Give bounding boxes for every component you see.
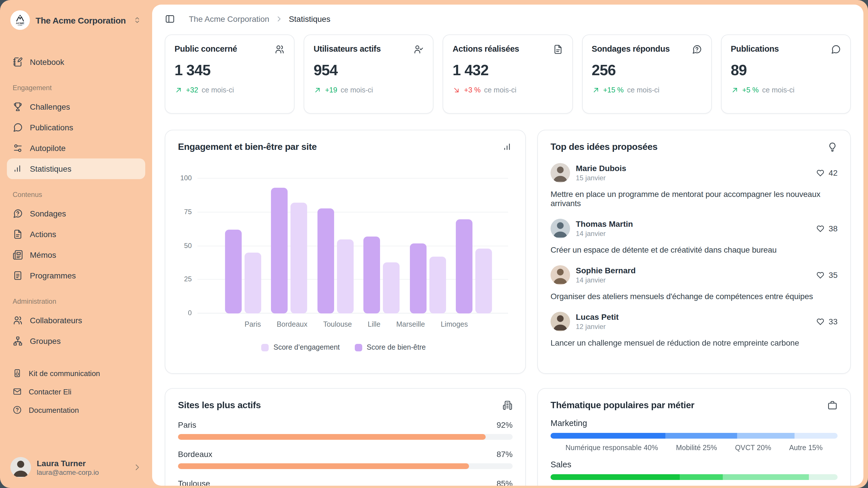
site-label: Bordeaux bbox=[178, 450, 212, 459]
like-button[interactable]: 35 bbox=[816, 270, 838, 280]
sidebar-item-sondages[interactable]: Sondages bbox=[7, 203, 145, 224]
sidebar-item-contacter-eli[interactable]: Contacter Eli bbox=[7, 383, 145, 401]
themes-title: Thématique populaires par métier bbox=[551, 400, 694, 410]
acme-logo-icon: ACME CORP bbox=[12, 12, 28, 28]
sidebar-item-label: Contacter Eli bbox=[29, 387, 71, 396]
breadcrumb-root[interactable]: The Acme Corporation bbox=[189, 14, 269, 24]
idea-text: Lancer un challenge mensuel de réduction… bbox=[551, 338, 838, 347]
sidebar-item-label: Autopilote bbox=[30, 144, 66, 153]
stat-card-actions-realisees: Actions réalisées 1 432 +3 %ce mois-ci bbox=[443, 34, 572, 114]
building-icon bbox=[502, 400, 513, 410]
heart-icon bbox=[816, 168, 825, 177]
sidebar-utility: Kit de communication Contacter Eli Docum… bbox=[7, 364, 145, 419]
sidebar-item-groupes[interactable]: Groupes bbox=[7, 331, 145, 352]
bar-segment bbox=[551, 474, 680, 480]
theme-group-label: Sales bbox=[551, 460, 838, 469]
idea-date: 12 janvier bbox=[576, 323, 810, 331]
site-value: 85% bbox=[497, 479, 513, 486]
stat-title: Utilisateurs actifs bbox=[313, 44, 381, 53]
y-axis-tick: 0 bbox=[188, 309, 192, 317]
sidebar-item-programmes[interactable]: Programmes bbox=[7, 265, 145, 286]
bar bbox=[410, 243, 426, 313]
stat-delta-suffix: ce mois-ci bbox=[484, 86, 517, 94]
users-icon bbox=[274, 44, 285, 55]
site-row: Paris92% bbox=[165, 420, 525, 440]
bar-group-toulouse bbox=[317, 208, 353, 313]
breadcrumb-current: Statistiques bbox=[289, 14, 330, 24]
sidebar-item-label: Mémos bbox=[30, 250, 56, 260]
sidebar-item-autopilote[interactable]: Autopilote bbox=[7, 138, 145, 158]
bar bbox=[456, 219, 472, 313]
sidebar-item-collaborateurs[interactable]: Collaborateurs bbox=[7, 310, 145, 331]
bar-segment bbox=[795, 433, 838, 438]
sidebar-item-memos[interactable]: Mémos bbox=[7, 245, 145, 265]
like-button[interactable]: 33 bbox=[816, 317, 838, 326]
bar bbox=[429, 257, 446, 313]
bar-chart-icon bbox=[12, 164, 23, 174]
stat-value: 256 bbox=[592, 61, 702, 79]
x-axis-label: Limoges bbox=[441, 321, 468, 328]
idea-date: 15 janvier bbox=[576, 174, 810, 182]
site-value: 87% bbox=[497, 450, 513, 459]
section-label-engagement: Engagement bbox=[12, 84, 145, 92]
stat-title: Sondages répondus bbox=[592, 44, 670, 53]
legend-swatch bbox=[355, 344, 362, 351]
sidebar-item-label: Kit de communication bbox=[29, 369, 100, 377]
briefcase-icon bbox=[827, 400, 838, 410]
sidebar-item-label: Documentation bbox=[29, 406, 79, 414]
avatar bbox=[551, 265, 570, 285]
segmented-bar bbox=[551, 474, 838, 480]
segmented-bar bbox=[551, 433, 838, 438]
stat-delta-suffix: ce mois-ci bbox=[341, 86, 373, 94]
mail-icon bbox=[12, 387, 22, 396]
segment-label: Mobilité 25% bbox=[676, 444, 717, 452]
org-switcher[interactable]: ACME CORP The Acme Corporation bbox=[7, 8, 145, 32]
stat-delta: +32 bbox=[186, 86, 198, 94]
bar bbox=[291, 203, 307, 313]
sidebar-item-documentation[interactable]: Documentation bbox=[7, 401, 145, 419]
sidebar-nav: Notebook Engagement Challenges Publicati… bbox=[7, 52, 145, 419]
sidebar-item-label: Sondages bbox=[30, 209, 66, 218]
trend-up-icon bbox=[313, 86, 321, 94]
sliders-icon bbox=[12, 143, 23, 153]
svg-text:CORP: CORP bbox=[18, 24, 22, 26]
bar bbox=[317, 208, 334, 313]
idea-item: Marie Dubois 15 janvier 42 Mettre en pla… bbox=[538, 163, 850, 208]
bar-group-lille bbox=[363, 237, 400, 313]
stat-value: 89 bbox=[731, 61, 841, 79]
top-ideas-card: Top des idées proposées Marie Dubois 15 … bbox=[537, 130, 851, 374]
sidebar-item-label: Actions bbox=[30, 230, 56, 239]
progress-fill bbox=[178, 434, 486, 440]
main-panel: The Acme Corporation Statistiques Public… bbox=[152, 5, 863, 486]
like-count: 38 bbox=[829, 224, 838, 233]
sidebar-item-notebook[interactable]: Notebook bbox=[7, 52, 145, 72]
site-row: Bordeaux87% bbox=[165, 450, 525, 469]
legend-item: Score d’engagement bbox=[261, 343, 340, 352]
sidebar-item-challenges[interactable]: Challenges bbox=[7, 96, 145, 117]
segment-label: Numérique responsable 40% bbox=[565, 444, 658, 452]
active-sites-card: Sites les plus actifs Paris92% Bordeaux8… bbox=[165, 388, 526, 486]
theme-group-marketing: Marketing Numérique responsable 40%Mobil… bbox=[538, 419, 850, 452]
bar-segment bbox=[809, 474, 838, 480]
site-row: Toulouse85% bbox=[165, 479, 525, 486]
person-icon bbox=[551, 163, 570, 183]
sidebar-toggle-icon[interactable] bbox=[165, 14, 175, 24]
user-email: laura@acme-corp.io bbox=[37, 468, 127, 476]
bar bbox=[271, 188, 288, 313]
sidebar-item-actions[interactable]: Actions bbox=[7, 224, 145, 245]
segment-label: Management & RH 15% bbox=[636, 485, 713, 486]
sidebar-item-publications[interactable]: Publications bbox=[7, 117, 145, 138]
like-button[interactable]: 42 bbox=[816, 168, 838, 177]
segment-label: Santé mentale 45% bbox=[565, 485, 628, 486]
speaker-icon bbox=[12, 369, 22, 378]
segment-label: Autre 10% bbox=[789, 485, 823, 486]
sidebar-item-statistiques[interactable]: Statistiques bbox=[7, 158, 145, 179]
person-icon bbox=[10, 457, 31, 478]
user-menu[interactable]: Laura Turner laura@acme-corp.io bbox=[7, 454, 145, 481]
y-axis-tick: 75 bbox=[184, 208, 192, 216]
sidebar-item-kit-communication[interactable]: Kit de communication bbox=[7, 364, 145, 383]
like-button[interactable]: 38 bbox=[816, 224, 838, 233]
segment-labels: Numérique responsable 40%Mobilité 25%QVC… bbox=[551, 444, 838, 452]
stat-value: 1 432 bbox=[453, 61, 563, 79]
stat-delta: +15 % bbox=[603, 86, 624, 94]
